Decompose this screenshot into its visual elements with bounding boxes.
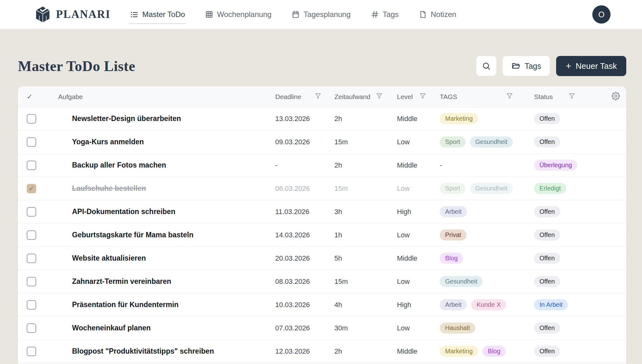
task-checkbox[interactable]: ✓ — [27, 300, 36, 310]
task-checkbox[interactable]: ✓ — [27, 137, 36, 147]
task-tags: ArbeitKunde X — [440, 299, 534, 310]
task-title[interactable]: Newsletter-Design überarbeiten — [56, 114, 275, 123]
tag-pill: Marketing — [440, 113, 478, 124]
task-status-cell: Erledigt — [534, 183, 611, 194]
column-label: Level — [397, 93, 413, 101]
calendar-icon — [292, 10, 300, 19]
task-title[interactable]: Geburtstagskarte für Mama basteln — [56, 231, 275, 239]
grid-icon — [205, 10, 213, 19]
table-row: ✓ Newsletter-Design überarbeiten 13.03.2… — [18, 107, 626, 130]
task-tags: SportGesundheit — [440, 183, 534, 194]
main-nav: Master ToDo Wochenplanung Tagesplanung — [130, 10, 456, 19]
filter-icon-tags[interactable] — [506, 92, 513, 101]
page-title: Master ToDo Liste — [18, 58, 135, 74]
task-tags: MarketingBlog — [440, 346, 534, 357]
task-effort: 15m — [334, 278, 397, 286]
column-header-deadline: Deadline — [275, 92, 334, 101]
main-content: Master ToDo Liste Tags + Neuer — [0, 29, 642, 364]
row-check-cell: ✓ — [18, 184, 56, 193]
tag-pill: Arbeit — [440, 206, 467, 217]
task-checkbox[interactable]: ✓ — [27, 254, 36, 263]
task-title[interactable]: Laufschuhe bestellen — [56, 184, 275, 193]
toolbar: Tags + Neuer Task — [476, 56, 626, 76]
filter-icon-level[interactable] — [419, 92, 427, 101]
brand[interactable]: PLANARI — [35, 6, 110, 23]
status-badge[interactable]: Offen — [534, 136, 560, 147]
search-button[interactable] — [476, 56, 496, 76]
task-checkbox[interactable]: ✓ — [27, 207, 36, 217]
task-checkbox[interactable]: ✓ — [27, 347, 36, 356]
task-title[interactable]: Website aktualisieren — [56, 254, 275, 262]
task-checkbox[interactable]: ✓ — [27, 230, 36, 240]
task-status-cell: Offen — [534, 206, 611, 217]
status-badge[interactable]: Offen — [534, 323, 560, 334]
task-status-cell: In Arbeit — [534, 299, 611, 310]
status-badge[interactable]: In Arbeit — [534, 299, 568, 310]
task-tags: Arbeit — [440, 206, 534, 217]
status-badge[interactable]: Offen — [534, 276, 560, 287]
row-check-cell: ✓ — [18, 323, 56, 333]
task-title[interactable]: Wocheneinkauf planen — [56, 324, 275, 332]
row-check-cell: ✓ — [18, 114, 56, 124]
nav-item-master-todo[interactable]: Master ToDo — [130, 10, 185, 19]
gear-icon[interactable] — [611, 92, 620, 102]
tag-pill: Arbeit — [440, 299, 467, 310]
task-deadline: 06.03.2026 — [275, 185, 334, 193]
table-row: ✓ Blogpost "Produktivitätstipps" schreib… — [18, 340, 626, 363]
user-avatar[interactable]: O — [592, 5, 611, 24]
task-effort: 5h — [334, 254, 397, 262]
task-status-cell: Offen — [534, 136, 611, 147]
status-badge[interactable]: Überlegung — [534, 160, 577, 171]
tag-pill: Gesundheit — [440, 276, 483, 287]
filter-icon-effort[interactable] — [376, 92, 383, 101]
task-tags: Blog — [440, 253, 534, 264]
task-status-cell: Offen — [534, 323, 611, 334]
task-status-cell: Offen — [534, 229, 611, 240]
status-badge[interactable]: Erledigt — [534, 183, 566, 194]
task-tags: SportGesundheit — [440, 136, 534, 147]
plus-icon: + — [566, 61, 571, 71]
task-title[interactable]: Blogpost "Produktivitätstipps" schreiben — [56, 347, 275, 356]
task-title[interactable]: Präsentation für Kundentermin — [56, 301, 275, 309]
task-checkbox[interactable]: ✓ — [27, 277, 36, 286]
task-deadline: 12.03.2026 — [275, 347, 334, 356]
task-deadline: 13.03.2026 — [275, 115, 334, 123]
task-status-cell: Offen — [534, 346, 611, 357]
nav-item-tagesplanung[interactable]: Tagesplanung — [292, 10, 350, 19]
tags-button[interactable]: Tags — [503, 56, 550, 76]
task-title[interactable]: API-Dokumentation schreiben — [56, 207, 275, 216]
filter-icon-deadline[interactable] — [314, 92, 322, 101]
tag-pill: Gesundheit — [470, 136, 513, 147]
task-status-cell: Überlegung — [534, 160, 611, 171]
task-checkbox[interactable]: ✓ — [27, 323, 36, 333]
status-badge[interactable]: Offen — [534, 253, 560, 264]
nav-item-notizen[interactable]: Notizen — [419, 10, 456, 19]
task-level: Middle — [397, 161, 440, 169]
status-badge[interactable]: Offen — [534, 346, 560, 357]
filter-icon-status[interactable] — [568, 92, 576, 101]
nav-label: Tags — [383, 10, 399, 19]
status-badge[interactable]: Offen — [534, 206, 560, 217]
task-tags: Privat — [440, 229, 534, 240]
task-checkbox[interactable]: ✓ — [27, 161, 36, 170]
empty-tags-placeholder: - — [440, 161, 442, 169]
task-title[interactable]: Yoga-Kurs anmelden — [56, 138, 275, 146]
status-badge[interactable]: Offen — [534, 229, 560, 240]
nav-item-wochenplanung[interactable]: Wochenplanung — [205, 10, 271, 19]
task-title[interactable]: Backup aller Fotos machen — [56, 161, 275, 169]
task-title[interactable]: Zahnarzt-Termin vereinbaren — [56, 277, 275, 286]
task-checkbox[interactable]: ✓ — [27, 114, 36, 124]
task-tags: Gesundheit — [440, 276, 534, 287]
folder-open-icon — [511, 62, 520, 70]
task-level: Middle — [397, 115, 440, 123]
table-row: ✓ Präsentation für Kundentermin 10.03.20… — [18, 293, 626, 317]
new-task-button[interactable]: + Neuer Task — [556, 56, 626, 76]
task-level: Low — [397, 324, 440, 332]
nav-item-tags[interactable]: Tags — [371, 10, 399, 19]
status-badge[interactable]: Offen — [534, 113, 560, 124]
task-effort: 4h — [334, 301, 397, 309]
table-row: ✓ Geburtstagskarte für Mama basteln 14.0… — [18, 223, 626, 247]
task-checkbox[interactable]: ✓ — [27, 184, 36, 193]
task-tags: Marketing — [440, 113, 534, 124]
row-check-cell: ✓ — [18, 300, 56, 310]
